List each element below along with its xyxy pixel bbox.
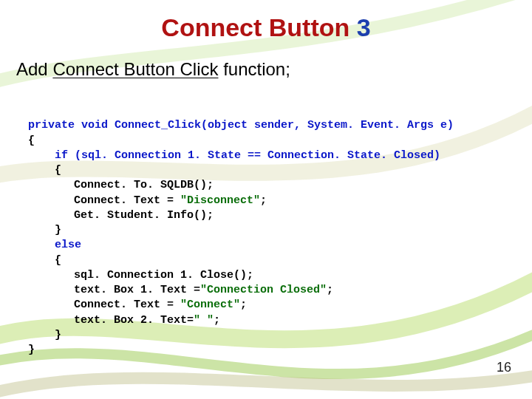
title-number: 3 xyxy=(357,13,371,41)
slide-subtitle: Add Connect Button Click function; xyxy=(16,59,290,80)
code-line: if (sql. Connection 1. State == Connecti… xyxy=(55,149,440,162)
code-string: "Disconnect" xyxy=(180,194,260,207)
title-main: Connect Button xyxy=(161,13,349,41)
code-line: private void Connect_Click(object sender… xyxy=(28,119,454,132)
subtitle-prefix: Add xyxy=(16,59,48,79)
code-punct: ; xyxy=(327,284,333,296)
code-line: Connect. Text = xyxy=(74,299,180,311)
subtitle-suffix: function; xyxy=(223,59,290,79)
code-line: } xyxy=(28,223,61,238)
code-punct: ; xyxy=(214,314,220,327)
code-punct: ; xyxy=(240,299,247,311)
code-line: else xyxy=(55,239,81,251)
code-line: Connect. Text = xyxy=(74,194,180,207)
code-string: "Connection Closed" xyxy=(200,284,327,296)
slide-title: Connect Button 3 xyxy=(0,13,532,42)
code-line: text. Box 1. Text = xyxy=(74,284,200,296)
code-string: "Connect" xyxy=(180,299,240,311)
code-line: { xyxy=(28,253,61,268)
code-block: private void Connect_Click(object sender… xyxy=(28,103,454,358)
code-line: Connect. To. SQLDB(); xyxy=(28,178,214,193)
code-string: " " xyxy=(194,314,214,327)
code-line: } xyxy=(28,328,61,343)
subtitle-underlined: Connect Button Click xyxy=(52,59,218,79)
slide: Connect Button 3 Add Connect Button Clic… xyxy=(0,0,532,399)
code-line: sql. Connection 1. Close(); xyxy=(28,268,253,283)
code-line: { xyxy=(28,163,61,178)
page-number: 16 xyxy=(497,360,511,375)
code-line: Get. Student. Info(); xyxy=(28,208,214,223)
code-punct: ; xyxy=(260,194,267,207)
code-line: text. Box 2. Text= xyxy=(74,314,194,327)
code-line: } xyxy=(28,344,35,356)
code-line: { xyxy=(28,134,35,147)
